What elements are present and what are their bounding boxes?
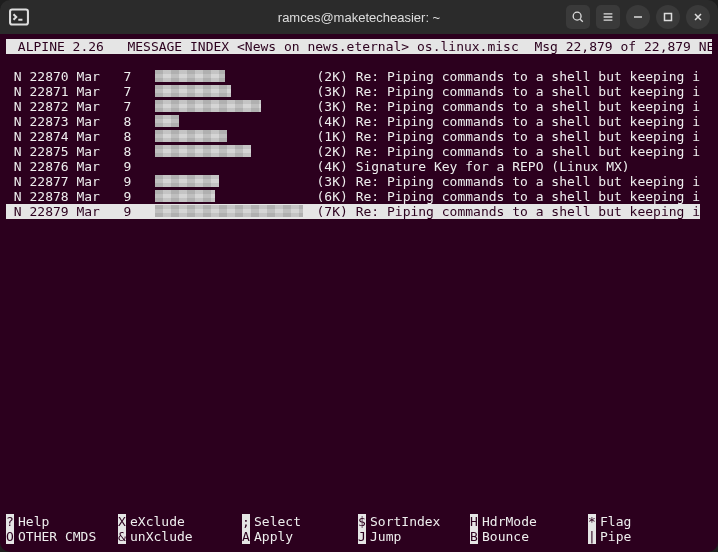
command-item[interactable]: OOTHER CMDS <box>6 529 118 544</box>
message-row-left: N 22878 Mar 9 <box>6 189 155 204</box>
search-button[interactable] <box>566 5 590 29</box>
command-key: A <box>242 529 250 544</box>
message-list: N 22870 Mar 7 (2K) Re: Piping commands t… <box>6 69 712 219</box>
command-row-1: ?HelpXeXclude;Select$SortIndexHHdrMode*F… <box>6 514 712 529</box>
blank-line <box>6 54 712 69</box>
sender-cell <box>155 114 309 129</box>
command-item[interactable]: ;Select <box>242 514 358 529</box>
message-row-left: N 22872 Mar 7 <box>6 99 155 114</box>
sender-redacted <box>155 205 303 217</box>
svg-rect-2 <box>665 14 672 21</box>
command-item[interactable]: AApply <box>242 529 358 544</box>
message-row[interactable]: N 22878 Mar 9 (6K) Re: Piping commands t… <box>6 189 712 204</box>
command-key: | <box>588 529 596 544</box>
command-label: Select <box>250 514 301 529</box>
command-item[interactable]: $SortIndex <box>358 514 470 529</box>
minimize-button[interactable] <box>626 5 650 29</box>
window-title: ramces@maketecheasier: ~ <box>278 10 440 25</box>
message-row-left: N 22875 Mar 8 <box>6 144 155 159</box>
message-row-right: (7K) Re: Piping commands to a shell but … <box>309 204 700 219</box>
sender-redacted <box>155 130 227 142</box>
command-key: & <box>118 529 126 544</box>
sender-cell <box>155 204 309 219</box>
message-row-left: N 22879 Mar 9 <box>6 204 155 219</box>
command-label: Bounce <box>478 529 529 544</box>
newsgroup-name: os.linux.misc <box>417 39 519 54</box>
sender-redacted <box>155 85 231 97</box>
command-item[interactable]: XeXclude <box>118 514 242 529</box>
message-row-right: (2K) Re: Piping commands to a shell but … <box>309 144 700 159</box>
command-item[interactable]: &unXclude <box>118 529 242 544</box>
sender-redacted <box>155 175 219 187</box>
message-row[interactable]: N 22871 Mar 7 (3K) Re: Piping commands t… <box>6 84 712 99</box>
sender-cell <box>155 189 309 204</box>
message-row-right: (3K) Re: Piping commands to a shell but … <box>309 84 700 99</box>
alpine-status-bar: ALPINE 2.26 MESSAGE INDEX <News on news.… <box>6 39 712 54</box>
message-row-right: (3K) Re: Piping commands to a shell but … <box>309 99 700 114</box>
sender-redacted <box>155 115 179 127</box>
message-row-right: (2K) Re: Piping commands to a shell but … <box>309 69 700 84</box>
command-item[interactable]: HHdrMode <box>470 514 588 529</box>
message-row[interactable]: N 22877 Mar 9 (3K) Re: Piping commands t… <box>6 174 712 189</box>
message-row-left: N 22877 Mar 9 <box>6 174 155 189</box>
app-version: ALPINE 2.26 <box>18 39 104 54</box>
maximize-button[interactable] <box>656 5 680 29</box>
terminal-area[interactable]: ALPINE 2.26 MESSAGE INDEX <News on news.… <box>0 34 718 552</box>
command-key: ; <box>242 514 250 529</box>
message-row-right: (1K) Re: Piping commands to a shell but … <box>309 129 700 144</box>
message-row-right: (4K) Re: Piping commands to a shell but … <box>309 114 700 129</box>
message-row-left: N 22876 Mar 9 <box>6 159 155 174</box>
sender-cell <box>155 144 309 159</box>
sender-redacted <box>155 190 215 202</box>
command-bar: ?HelpXeXclude;Select$SortIndexHHdrMode*F… <box>6 514 712 544</box>
command-key: J <box>358 529 366 544</box>
command-key: O <box>6 529 14 544</box>
message-row-left: N 22873 Mar 8 <box>6 114 155 129</box>
command-label: SortIndex <box>366 514 440 529</box>
titlebar-right <box>566 5 710 29</box>
command-item[interactable]: ?Help <box>6 514 118 529</box>
message-position: Msg 22,879 of 22,879 NEW <box>534 39 718 54</box>
message-row[interactable]: N 22879 Mar 9 (7K) Re: Piping commands t… <box>6 204 712 219</box>
message-row-right: (3K) Re: Piping commands to a shell but … <box>309 174 700 189</box>
sender-cell <box>155 129 309 144</box>
command-label: unXclude <box>126 529 193 544</box>
close-button[interactable] <box>686 5 710 29</box>
message-row[interactable]: N 22876 Mar 9 (4K) Signature Key for a R… <box>6 159 712 174</box>
message-row[interactable]: N 22872 Mar 7 (3K) Re: Piping commands t… <box>6 99 712 114</box>
terminal-icon <box>8 6 30 28</box>
command-key: X <box>118 514 126 529</box>
message-row-left: N 22874 Mar 8 <box>6 129 155 144</box>
svg-point-1 <box>573 12 581 20</box>
command-label: Flag <box>596 514 631 529</box>
svg-rect-0 <box>10 9 28 24</box>
window-titlebar: ramces@maketecheasier: ~ <box>0 0 718 34</box>
message-row-left: N 22870 Mar 7 <box>6 69 155 84</box>
message-row[interactable]: N 22874 Mar 8 (1K) Re: Piping commands t… <box>6 129 712 144</box>
message-row[interactable]: N 22875 Mar 8 (2K) Re: Piping commands t… <box>6 144 712 159</box>
message-row[interactable]: N 22873 Mar 8 (4K) Re: Piping commands t… <box>6 114 712 129</box>
message-row[interactable]: N 22870 Mar 7 (2K) Re: Piping commands t… <box>6 69 712 84</box>
command-key: * <box>588 514 596 529</box>
menu-button[interactable] <box>596 5 620 29</box>
command-row-2: OOTHER CMDS&unXcludeAApplyJJumpBBounce|P… <box>6 529 712 544</box>
sender-redacted <box>155 70 225 82</box>
index-label: MESSAGE INDEX <box>127 39 229 54</box>
command-label: Pipe <box>596 529 631 544</box>
command-label: Jump <box>366 529 401 544</box>
sender-cell <box>155 174 309 189</box>
command-item[interactable]: JJump <box>358 529 470 544</box>
command-item[interactable]: *Flag <box>588 514 688 529</box>
message-row-right: (6K) Re: Piping commands to a shell but … <box>309 189 700 204</box>
message-row-right: (4K) Signature Key for a REPO (Linux MX) <box>309 159 630 174</box>
command-label: Apply <box>250 529 293 544</box>
command-label: HdrMode <box>478 514 537 529</box>
command-key: B <box>470 529 478 544</box>
sender-cell <box>155 69 309 84</box>
message-row-left: N 22871 Mar 7 <box>6 84 155 99</box>
sender-cell <box>155 99 309 114</box>
command-item[interactable]: BBounce <box>470 529 588 544</box>
command-item[interactable]: |Pipe <box>588 529 688 544</box>
sender-redacted <box>155 100 261 112</box>
sender-cell <box>155 159 309 174</box>
